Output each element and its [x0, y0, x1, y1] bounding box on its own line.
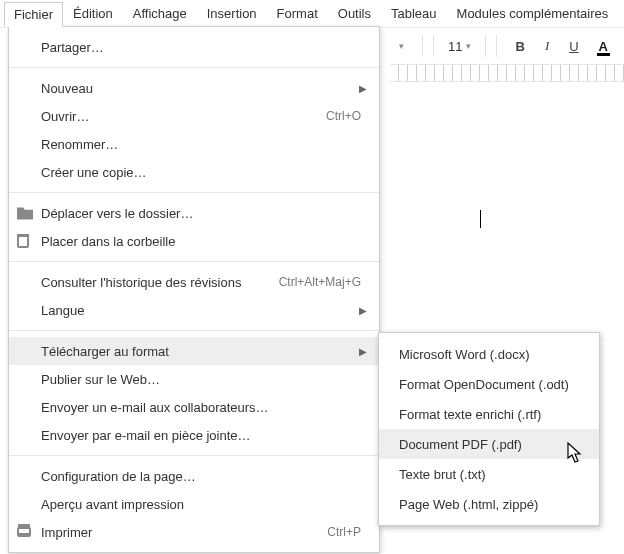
chevron-down-icon: ▾	[399, 41, 404, 51]
menu-separator	[9, 192, 379, 193]
shortcut-label: Ctrl+O	[326, 109, 361, 123]
menu-separator	[9, 261, 379, 262]
shortcut-label: Ctrl+P	[327, 525, 361, 539]
separator	[496, 35, 497, 57]
download-pdf[interactable]: Document PDF (.pdf)	[379, 429, 599, 459]
download-html[interactable]: Page Web (.html, zippé)	[379, 489, 599, 519]
menu-bar: Fichier Édition Affichage Insertion Form…	[0, 0, 624, 28]
file-page-setup[interactable]: Configuration de la page…	[9, 462, 379, 490]
file-new[interactable]: Nouveau ▶	[9, 74, 379, 102]
menu-modules[interactable]: Modules complémentaires	[447, 1, 619, 26]
bold-button[interactable]: B	[507, 32, 532, 60]
shortcut-label: Ctrl+Alt+Maj+G	[279, 275, 361, 289]
menu-separator	[9, 67, 379, 68]
menu-fichier[interactable]: Fichier	[4, 2, 63, 27]
menu-affichage[interactable]: Affichage	[123, 1, 197, 26]
submenu-arrow-icon: ▶	[359, 83, 367, 94]
file-print[interactable]: Imprimer Ctrl+P	[9, 518, 379, 546]
ruler-ticks	[390, 64, 624, 82]
trash-icon	[17, 234, 29, 248]
folder-icon	[17, 205, 33, 221]
menu-separator	[9, 455, 379, 456]
font-size-selector[interactable]: 11 ▾	[433, 35, 486, 57]
text-color-button[interactable]: A	[591, 32, 616, 60]
file-email-collab[interactable]: Envoyer un e-mail aux collaborateurs…	[9, 393, 379, 421]
underline-button[interactable]: U	[561, 32, 586, 60]
file-email-attach[interactable]: Envoyer par e-mail en pièce jointe…	[9, 421, 379, 449]
download-as-submenu: Microsoft Word (.docx) Format OpenDocume…	[378, 332, 600, 526]
file-rename[interactable]: Renommer…	[9, 130, 379, 158]
file-revisions[interactable]: Consulter l'historique des révisions Ctr…	[9, 268, 379, 296]
separator	[422, 35, 423, 57]
file-print-preview[interactable]: Aperçu avant impression	[9, 490, 379, 518]
file-share[interactable]: Partager…	[9, 33, 379, 61]
font-size-value: 11	[448, 39, 462, 54]
file-move[interactable]: Déplacer vers le dossier…	[9, 199, 379, 227]
text-caret	[480, 210, 481, 228]
menu-insertion[interactable]: Insertion	[197, 1, 267, 26]
menu-edition[interactable]: Édition	[63, 1, 123, 26]
toolbar-more[interactable]: ▾	[387, 32, 412, 60]
file-trash[interactable]: Placer dans la corbeille	[9, 227, 379, 255]
submenu-arrow-icon: ▶	[359, 346, 367, 357]
submenu-arrow-icon: ▶	[359, 305, 367, 316]
chevron-down-icon: ▾	[466, 41, 471, 51]
menu-separator	[9, 330, 379, 331]
file-publish[interactable]: Publier sur le Web…	[9, 365, 379, 393]
download-rtf[interactable]: Format texte enrichi (.rtf)	[379, 399, 599, 429]
menu-format[interactable]: Format	[267, 1, 328, 26]
download-docx[interactable]: Microsoft Word (.docx)	[379, 339, 599, 369]
file-download-as[interactable]: Télécharger au format ▶	[9, 337, 379, 365]
file-menu-dropdown: Partager… Nouveau ▶ Ouvrir… Ctrl+O Renom…	[8, 26, 380, 553]
file-make-copy[interactable]: Créer une copie…	[9, 158, 379, 186]
menu-outils[interactable]: Outils	[328, 1, 381, 26]
menu-tableau[interactable]: Tableau	[381, 1, 447, 26]
download-odt[interactable]: Format OpenDocument (.odt)	[379, 369, 599, 399]
download-txt[interactable]: Texte brut (.txt)	[379, 459, 599, 489]
italic-button[interactable]: I	[537, 32, 557, 60]
file-open[interactable]: Ouvrir… Ctrl+O	[9, 102, 379, 130]
printer-icon	[17, 527, 31, 537]
file-language[interactable]: Langue ▶	[9, 296, 379, 324]
